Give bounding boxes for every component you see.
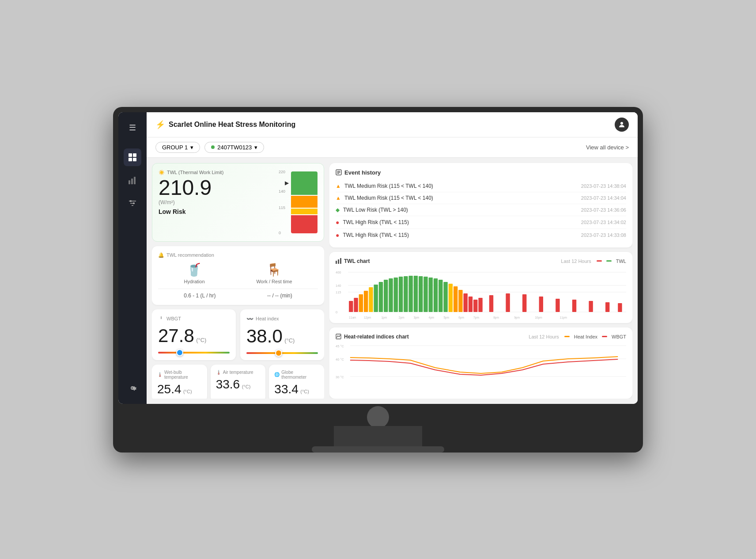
svg-point-12 [620,122,623,125]
twl-bar-label-140: 140 [279,189,285,194]
svg-rect-33 [374,285,378,312]
svg-rect-71 [539,297,543,312]
svg-rect-52 [469,297,472,312]
air-temp-value: 33.6 [216,377,240,391]
wbgt-legend-dot [602,336,607,337]
event-left-3: ● TWL High Risk (TWL < 115) [336,219,409,226]
rec-values-row: 0.6 - 1 (L / hr) -- / -- (min) [158,293,318,299]
heat-chart-title: Heat-related indices chart [336,334,409,340]
hydration-icon-item: 🥤 Hydration [184,262,204,284]
wet-bulb-value: 25.4 [157,382,181,396]
sidebar-item-chart[interactable] [124,171,141,189]
event-icon-2: ◆ [336,207,340,213]
chair-icon: 🪑 [256,262,292,277]
twl-bar-label-220: 220 [279,170,285,174]
main-content: ⚡ Scarlet Online Heat Stress Monitoring [147,112,638,404]
twl-arrow-icon: ▶ [285,180,289,186]
svg-rect-40 [408,276,412,312]
group-dropdown[interactable]: GROUP 1 ▾ [155,142,200,153]
event-row-4: ● TWL High Risk (TWL < 115) 2023-07-23 1… [336,229,626,241]
twl-legend-label: TWL [616,259,626,264]
hamburger-menu-icon[interactable]: ☰ [125,119,140,136]
svg-rect-74 [589,301,593,312]
svg-rect-36 [389,278,393,312]
svg-rect-53 [473,300,477,312]
monitor-screen: ☰ [118,112,638,404]
event-row-2: ◆ TWL Low Risk (TWL > 140) 2023-07-23 14… [336,204,626,216]
user-avatar[interactable] [615,118,629,132]
svg-rect-31 [364,291,368,312]
twl-status: Low Risk [159,208,286,215]
chevron-down-icon: ▾ [190,144,193,151]
svg-rect-0 [129,153,132,157]
svg-text:3pm: 3pm [414,316,420,319]
svg-text:40 °C: 40 °C [336,357,344,361]
bar-chart-icon [336,258,341,264]
svg-rect-44 [429,278,433,312]
twl-legend-dot-green [606,260,612,262]
chevron-down-icon-2: ▾ [254,144,257,151]
monitor-stand-circle [367,406,389,428]
event-icon-3: ● [336,219,339,226]
event-time-1: 2023-07-23 14:34:04 [581,195,626,201]
view-all-link[interactable]: View all device > [586,144,629,151]
sidebar-item-filters[interactable] [124,194,141,212]
svg-rect-39 [404,276,408,312]
globe-icon: 🌐 [274,372,280,377]
globe-thermo-unit: (°C) [300,389,309,394]
topbar: ⚡ Scarlet Online Heat Stress Monitoring [147,112,638,137]
hydration-icon: 🥤 [184,262,204,277]
heat-index-slider [246,352,318,354]
twl-bar-red [291,215,318,233]
sidebar-item-settings[interactable] [124,379,141,397]
device-dropdown-label: 2407TW0123 [217,144,252,151]
device-dropdown[interactable]: 2407TW0123 ▾ [204,142,264,153]
svg-rect-68 [489,295,493,312]
svg-rect-51 [464,293,468,312]
svg-text:140: 140 [336,283,341,287]
svg-rect-42 [419,276,423,312]
event-left-2: ◆ TWL Low Risk (TWL > 140) [336,207,408,213]
event-icon-4: ● [336,232,339,239]
twl-card: ☀️ TWL (Thermal Work Limit) 210.9 (W/m²)… [152,163,324,242]
thermometer-icon [158,316,164,322]
twl-chart-card: TWL chart Last 12 Hours TWL [329,252,632,323]
svg-rect-2 [129,158,132,161]
wet-bulb-unit: (°C) [183,389,192,394]
event-icon-0: ▲ [336,183,341,189]
svg-text:0: 0 [336,310,337,314]
svg-text:8pm: 8pm [493,316,499,319]
svg-rect-37 [394,278,398,312]
svg-rect-5 [131,179,133,184]
flame-icon: ⚡ [155,120,165,129]
svg-text:7pm: 7pm [473,316,479,319]
svg-text:2pm: 2pm [399,316,404,319]
svg-rect-32 [369,287,373,312]
twl-value: 210.9 [159,177,286,198]
svg-text:45 °C: 45 °C [336,344,344,348]
svg-rect-19 [340,258,341,264]
svg-rect-3 [133,158,136,161]
heat-index-legend-label: Heat Index [574,334,597,339]
small-metrics-row-1: 🌡️ Wet-bulb temperature 25.4 (°C) [152,365,324,399]
twl-bar-label-0: 0 [279,231,281,235]
heat-chart-area: 45 °C 40 °C 30 °C [336,343,626,383]
heat-index-value: 38.0 [246,326,283,346]
heat-chart-legend: Heat Index WBGT [564,334,626,339]
subbar: GROUP 1 ▾ 2407TW0123 ▾ View all device > [147,137,638,158]
heat-index-card: 〰️ Heat index 38.0 (°C) [240,309,324,360]
content-area: ☀️ TWL (Thermal Work Limit) 210.9 (W/m²)… [147,158,638,404]
svg-text:4pm: 4pm [429,316,435,319]
svg-text:6pm: 6pm [458,316,464,319]
fire-wave-icon: 〰️ [246,316,253,322]
event-text-1: TWL Medium Risk (115 < TWL < 140) [344,195,433,201]
event-row-3: ● TWL High Risk (TWL < 115) 2023-07-23 1… [336,216,626,229]
svg-rect-30 [359,294,363,312]
svg-text:9pm: 9pm [514,316,520,319]
event-time-2: 2023-07-23 14:36:06 [581,207,626,213]
work-rest-icon-item: 🪑 Work / Rest time [256,262,292,284]
heat-chart-card: Heat-related indices chart Last 12 Hours… [329,327,632,399]
sidebar-item-dashboard[interactable] [124,148,141,166]
svg-rect-70 [522,294,526,312]
svg-point-11 [133,202,135,204]
